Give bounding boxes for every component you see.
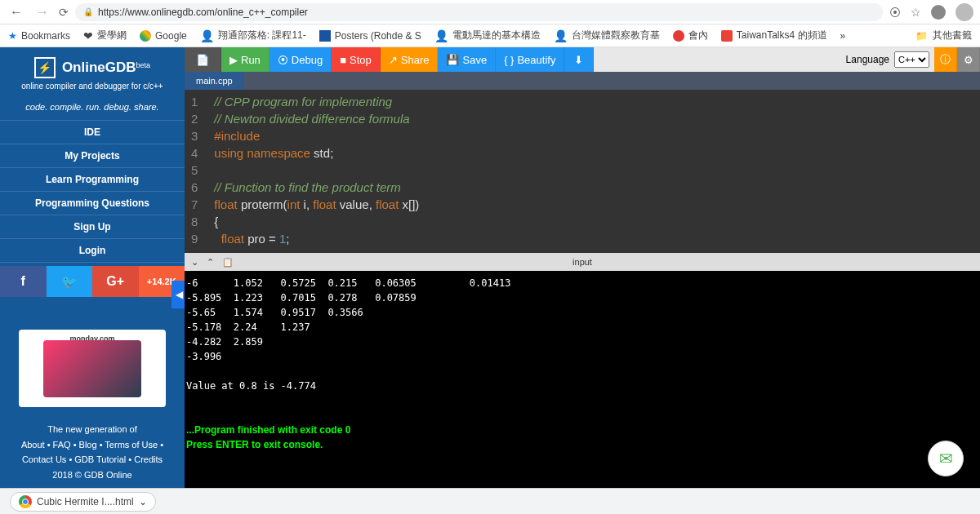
bookmarks-overflow[interactable]: » <box>840 30 846 42</box>
download-item[interactable]: Cubic Hermite I....html ⌄ <box>10 492 156 512</box>
tagline2: code. compile. run. debug. share. <box>0 94 185 120</box>
url-bar[interactable]: 🔒 https://www.onlinegdb.com/online_c++_c… <box>75 3 883 21</box>
sidebar-footer: The new generation of About • FAQ • Blog… <box>0 419 185 486</box>
bookmark-item[interactable]: 會內 <box>673 29 708 42</box>
ad-banner[interactable]: monday.com <box>19 330 166 407</box>
nav-ide[interactable]: IDE <box>0 120 185 144</box>
ad-image <box>43 340 141 397</box>
profile-avatar[interactable] <box>956 3 973 21</box>
collapse-console-icon[interactable]: ⌄ <box>191 257 198 268</box>
chrome-icon <box>19 495 32 508</box>
debug-button[interactable]: ⦿ Debug <box>270 47 332 72</box>
chevron-down-icon: ⌄ <box>139 496 147 507</box>
downloads-bar: Cubic Hermite I....html ⌄ <box>0 488 980 514</box>
star-icon[interactable]: ☆ <box>911 6 921 19</box>
bookmark-item[interactable]: Posters (Rohde & S <box>319 30 421 42</box>
googleplus-button[interactable]: G+ <box>92 266 139 297</box>
code-content[interactable]: // CPP program for implementing // Newto… <box>207 90 980 253</box>
browser-actions: ⦿ ☆ <box>889 3 973 21</box>
nav-login[interactable]: Login <box>0 238 185 263</box>
run-button[interactable]: ▶ Run <box>221 47 270 72</box>
save-button[interactable]: 💾 Save <box>438 47 496 72</box>
social-row: f 🐦 G+ + 14.2K <box>0 266 185 297</box>
tab-main[interactable]: main.cpp <box>185 72 244 90</box>
nav-projects[interactable]: My Projects <box>0 144 185 167</box>
download-button[interactable]: ⬇ <box>564 47 594 72</box>
tagline: online compiler and debugger for c/c++ <box>8 82 176 91</box>
facebook-button[interactable]: f <box>0 266 47 297</box>
chat-button[interactable]: ✉ <box>928 441 964 476</box>
back-button[interactable]: ← <box>7 5 26 20</box>
other-bookmarks[interactable]: 📁其他書籤 <box>915 29 972 42</box>
extension-icon[interactable] <box>931 5 946 20</box>
nav-questions[interactable]: Programming Questions <box>0 191 185 215</box>
bookmark-item[interactable]: 👤台灣媒體觀察教育基 <box>554 29 660 42</box>
bookmark-item[interactable]: 👤電動馬達的基本構造 <box>434 29 541 42</box>
bookmark-item[interactable]: Google <box>140 30 187 42</box>
new-file-button[interactable]: 📄 <box>185 47 221 72</box>
bookmark-item[interactable]: ❤愛學網 <box>83 29 127 42</box>
bookmarks-bar: ★Bookmarks ❤愛學網 Google 👤翔通部落格: 課程11- Pos… <box>0 24 980 47</box>
browser-toolbar: ← → ⟳ 🔒 https://www.onlinegdb.com/online… <box>0 0 980 24</box>
console-header: ⌄ ⌃ 📋 input <box>185 253 980 271</box>
share-button[interactable]: ↗ Share <box>381 47 439 72</box>
lock-icon: 🔒 <box>83 7 93 16</box>
logo: ⚡ OnlineGDBbeta online compiler and debu… <box>0 47 185 94</box>
nav-signup[interactable]: Sign Up <box>0 215 185 238</box>
footer-links[interactable]: About • FAQ • Blog • Terms of Use • Cont… <box>7 437 178 467</box>
tab-row: main.cpp <box>185 72 980 90</box>
language-selector: Language C++ <box>841 47 934 72</box>
bookmark-item[interactable]: 👤翔通部落格: 課程11- <box>200 29 306 42</box>
reload-button[interactable]: ⟳ <box>59 6 69 19</box>
bookmark-item[interactable]: TaiwanTalks4 的頻道 <box>721 29 827 42</box>
copyright: 2018 © GDB Online <box>7 467 178 483</box>
console-title: input <box>572 257 592 267</box>
bookmarks-label[interactable]: ★Bookmarks <box>8 30 70 42</box>
nav-learn[interactable]: Learn Programming <box>0 167 185 191</box>
editor-area: 📄 ▶ Run ⦿ Debug ■ Stop ↗ Share 💾 Save { … <box>185 47 980 514</box>
sidebar: ⚡ OnlineGDBbeta online compiler and debu… <box>0 47 185 514</box>
beautify-button[interactable]: { } Beautify <box>496 47 564 72</box>
console-output[interactable]: -6 1.052 0.5725 0.215 0.06305 0.01413 -5… <box>185 271 980 514</box>
stop-button[interactable]: ■ Stop <box>332 47 381 72</box>
line-gutter: 123456789 <box>185 90 207 253</box>
info-button[interactable]: ⓘ <box>934 47 957 72</box>
settings-button[interactable]: ⚙ <box>957 47 980 72</box>
expand-console-icon[interactable]: ⌃ <box>207 257 214 268</box>
twitter-button[interactable]: 🐦 <box>47 266 93 297</box>
translate-icon[interactable]: ⦿ <box>889 6 901 19</box>
code-editor[interactable]: 123456789 // CPP program for implementin… <box>185 90 980 253</box>
forward-button[interactable]: → <box>33 5 52 20</box>
url-text: https://www.onlinegdb.com/online_c++_com… <box>98 7 308 18</box>
copy-icon[interactable]: 📋 <box>222 257 234 268</box>
language-select[interactable]: C++ <box>894 51 929 68</box>
toolbar: 📄 ▶ Run ⦿ Debug ■ Stop ↗ Share 💾 Save { … <box>185 47 980 72</box>
bolt-icon: ⚡ <box>34 57 56 78</box>
